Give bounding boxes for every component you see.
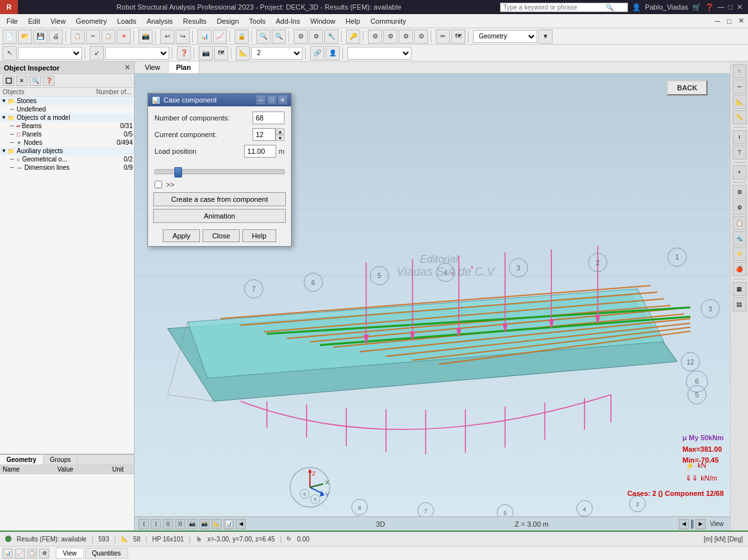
tree-item-nodes[interactable]: ─ ✦ Nodes 0/494 xyxy=(0,138,134,147)
open-btn[interactable]: 📂 xyxy=(18,29,32,44)
expand-geom[interactable]: ─ xyxy=(10,156,17,162)
create-case-button[interactable]: Create a case from component xyxy=(153,192,286,206)
expand-stories[interactable]: ▼ xyxy=(1,98,8,104)
rtb-btn6[interactable]: ⊤ xyxy=(733,145,747,160)
dialog-maximize-btn[interactable]: □ xyxy=(267,95,276,104)
rtb-btn14[interactable]: ▦ xyxy=(733,282,747,296)
rtb-btn7[interactable]: + xyxy=(733,165,747,179)
rtb-btn5[interactable]: I xyxy=(733,130,747,144)
tb-btn10[interactable]: 📊 xyxy=(197,29,212,44)
rtb-btn12[interactable]: ⚡ xyxy=(733,247,747,261)
tb-btn14[interactable]: 🔍 xyxy=(272,29,286,44)
results-dropdown[interactable] xyxy=(347,47,411,60)
tree-item-undefined[interactable]: ─ Undefined xyxy=(0,105,134,113)
tree-item-aux[interactable]: ▼ 📁 Auxiliary objects xyxy=(0,147,134,155)
bottom-tab-quantities[interactable]: Quantities xyxy=(85,548,128,559)
bp-icon1[interactable]: 📊 xyxy=(3,548,13,559)
undo-btn[interactable]: ↩ xyxy=(160,29,174,44)
oi-btn4[interactable]: ❓ xyxy=(43,76,54,86)
tb-btn11[interactable]: 📈 xyxy=(213,29,227,44)
maximize-button[interactable]: □ xyxy=(728,3,733,12)
select2-dropdown[interactable] xyxy=(105,47,169,60)
menu-geometry[interactable]: Geometry xyxy=(71,16,112,26)
back-button[interactable]: BACK xyxy=(667,80,708,95)
rtb-btn4[interactable]: 📏 xyxy=(733,110,747,124)
tree-item-panels[interactable]: ─ □ Panels 0/5 xyxy=(0,130,134,138)
expand-beams[interactable]: ─ xyxy=(10,123,17,129)
print-btn[interactable]: 🖨 xyxy=(49,29,63,44)
checkbox-input[interactable] xyxy=(154,181,162,188)
tb-btn18[interactable]: 🔑 xyxy=(346,29,360,44)
expand-nodes[interactable]: ─ xyxy=(10,140,17,145)
menu-help[interactable]: Help xyxy=(340,16,365,26)
spin-down-btn[interactable]: ▼ xyxy=(276,135,285,141)
search-input[interactable] xyxy=(503,4,606,11)
close-button[interactable]: ✕ xyxy=(736,3,743,12)
tree-item-beams[interactable]: ─ ━ Beams 0/31 xyxy=(0,122,134,130)
tb2-btn7[interactable]: 🔗 xyxy=(310,46,324,60)
menu-design[interactable]: Design xyxy=(212,16,244,26)
close-dialog-button[interactable]: Close xyxy=(203,229,240,242)
oi-btn1[interactable]: 🔲 xyxy=(3,76,14,86)
tb2-btn6[interactable]: 📐 xyxy=(236,46,250,60)
tab-geometry[interactable]: Geometry xyxy=(0,455,44,465)
menu-edit[interactable]: Edit xyxy=(23,16,46,26)
tb-nav-btn6[interactable]: 📸 xyxy=(199,519,210,529)
tab-view[interactable]: View xyxy=(137,62,169,73)
rtb-btn13[interactable]: 🍎 xyxy=(733,262,747,276)
tb-btn15[interactable]: ⚙ xyxy=(294,29,308,44)
tb-btn22[interactable]: ⚙ xyxy=(414,29,428,44)
tab-plan[interactable]: Plan xyxy=(169,62,199,73)
tb-nav-btn5[interactable]: 📷 xyxy=(187,519,197,529)
menu-analysis[interactable]: Analysis xyxy=(142,16,178,26)
tb-btn19[interactable]: ⚙ xyxy=(368,29,382,44)
cart-icon[interactable]: 🛒 xyxy=(692,3,701,12)
tb-btn17[interactable]: 🔧 xyxy=(324,29,338,44)
apply-button[interactable]: Apply xyxy=(163,229,200,242)
dialog-close-btn[interactable]: ✕ xyxy=(278,95,287,104)
expand-aux[interactable]: ▼ xyxy=(1,148,8,154)
rtb-btn1[interactable]: ↑ xyxy=(733,64,747,78)
current-component-input[interactable] xyxy=(253,128,276,141)
rtb-btn9[interactable]: ⚙ xyxy=(733,201,747,215)
num-components-input[interactable] xyxy=(253,111,285,124)
rtb-btn11[interactable]: 🔩 xyxy=(733,231,747,245)
number-dropdown[interactable]: 2 xyxy=(251,47,303,60)
menu-file[interactable]: File xyxy=(1,16,23,26)
tb-btn23[interactable]: ✏ xyxy=(436,29,450,44)
new-btn[interactable]: 📄 xyxy=(3,29,17,44)
tb2-btn3[interactable]: ❓ xyxy=(177,46,191,60)
tb-btn9[interactable]: 📸 xyxy=(138,29,153,44)
slider-track[interactable] xyxy=(154,169,285,174)
tb-btn5[interactable]: 📋 xyxy=(71,29,85,44)
tb-nav-btn8[interactable]: 📊 xyxy=(224,519,234,529)
help-icon[interactable]: ❓ xyxy=(705,3,714,12)
rtb-btn8[interactable]: ⚙ xyxy=(733,185,747,199)
bp-icon4[interactable]: ⚙ xyxy=(39,548,49,559)
oi-btn2[interactable]: ✕ xyxy=(16,76,28,86)
tree-item-objects-model[interactable]: ▼ 📁 Objects of a model xyxy=(0,113,134,122)
tb-nav-btn9[interactable]: ◀ xyxy=(236,519,246,529)
rtb-btn3[interactable]: 📐 xyxy=(733,95,747,109)
tree-item-stories[interactable]: ▼ 📁 Stories xyxy=(0,97,134,105)
menu-addins[interactable]: Add-Ins xyxy=(270,16,305,26)
scroll-left-btn[interactable]: ◀ xyxy=(679,519,689,529)
rtb-btn10[interactable]: 📋 xyxy=(733,216,747,230)
oi-close-btn[interactable]: ✕ xyxy=(124,63,130,72)
dialog-minimize-btn[interactable]: ─ xyxy=(256,95,265,104)
bp-icon2[interactable]: 📈 xyxy=(15,548,25,559)
tb-btn20[interactable]: ⚙ xyxy=(383,29,397,44)
dropdown-arrow[interactable]: ▼ xyxy=(538,29,553,44)
tb-nav-btn4[interactable]: ⟩⟩ xyxy=(175,519,185,529)
tb-btn7[interactable]: 📋 xyxy=(101,29,115,44)
tb-nav-btn2[interactable]: ⟩ xyxy=(151,519,161,529)
expand-panels[interactable]: ─ xyxy=(10,131,17,137)
bp-icon3[interactable]: 📋 xyxy=(27,548,37,559)
tb2-btn1[interactable]: ↖ xyxy=(3,46,17,60)
menu-view[interactable]: View xyxy=(46,16,71,26)
rtb-btn2[interactable]: ─ xyxy=(733,79,747,94)
menu-window[interactable]: Window xyxy=(305,16,340,26)
tb2-btn2[interactable]: ↙ xyxy=(90,46,104,60)
oi-btn3[interactable]: 🔍 xyxy=(29,76,41,86)
scroll-right-btn[interactable]: ▶ xyxy=(695,519,706,529)
